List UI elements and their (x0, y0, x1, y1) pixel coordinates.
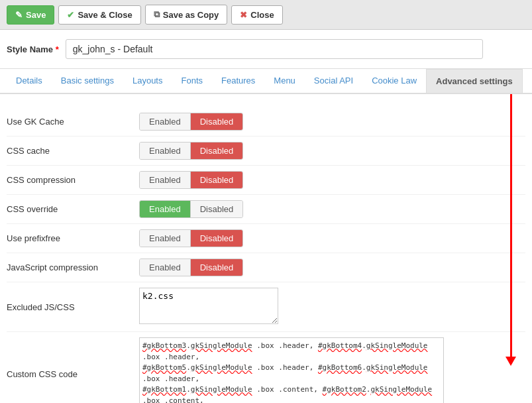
tabs-bar: Details Basic settings Layouts Fonts Fea… (0, 69, 532, 94)
css-override-enabled-btn[interactable]: Enabled (140, 201, 191, 217)
save-button[interactable]: ✎ Save (7, 5, 54, 25)
css-compression-toggle: Enabled Disabled (139, 171, 243, 189)
tab-menu[interactable]: Menu (264, 69, 305, 94)
tab-cookie-law[interactable]: Cookie Law (362, 69, 426, 94)
tab-social-api[interactable]: Social API (305, 69, 362, 94)
custom-css-control: #gkBottom3.gkSingleModule .box .header, … (139, 332, 525, 404)
custom-css-label: Custom CSS code (7, 332, 139, 404)
tab-advanced-settings[interactable]: Advanced settings (426, 69, 523, 94)
tab-basic-settings[interactable]: Basic settings (52, 69, 123, 94)
css-override-label: CSS override (7, 195, 139, 224)
save-close-button[interactable]: ✔ Save & Close (58, 5, 140, 25)
table-row: Use GK Cache Enabled Disabled (7, 107, 525, 137)
excluded-js-css-control: k2.css (139, 282, 525, 332)
tab-layouts[interactable]: Layouts (123, 69, 172, 94)
table-row: Custom CSS code #gkBottom3.gkSingleModul… (7, 332, 525, 404)
prefixfree-disabled-btn[interactable]: Disabled (191, 230, 243, 247)
css-compression-label: CSS compression (7, 166, 139, 195)
table-row: Excluded JS/CSS k2.css (7, 282, 525, 332)
css-compression-control: Enabled Disabled (139, 166, 525, 195)
close-button[interactable]: ✖ Close (231, 5, 282, 25)
css-cache-control: Enabled Disabled (139, 137, 525, 166)
save-icon: ✎ (15, 10, 23, 20)
excluded-js-css-label: Excluded JS/CSS (7, 282, 139, 332)
save-copy-button[interactable]: ⧉ Save as Copy (145, 5, 228, 25)
css-cache-label: CSS cache (7, 137, 139, 166)
excluded-js-css-input[interactable]: k2.css (139, 288, 278, 324)
css-override-disabled-btn[interactable]: Disabled (191, 201, 243, 217)
settings-table: Use GK Cache Enabled Disabled CSS cache … (7, 107, 525, 403)
style-name-row: Style Name * (0, 30, 532, 69)
copy-icon: ⧉ (154, 9, 160, 20)
tab-fonts[interactable]: Fonts (172, 69, 213, 94)
css-cache-disabled-btn[interactable]: Disabled (191, 143, 243, 159)
table-row: CSS cache Enabled Disabled (7, 137, 525, 166)
style-name-input[interactable] (66, 39, 483, 59)
gk-cache-toggle: Enabled Disabled (139, 113, 243, 131)
gk-cache-label: Use GK Cache (7, 107, 139, 137)
table-row: CSS override Enabled Disabled (7, 195, 525, 224)
table-row: Use prefixfree Enabled Disabled (7, 224, 525, 253)
css-cache-toggle: Enabled Disabled (139, 142, 243, 160)
tab-details[interactable]: Details (7, 69, 52, 94)
css-cache-enabled-btn[interactable]: Enabled (140, 143, 191, 159)
js-compression-control: Enabled Disabled (139, 253, 525, 282)
css-compression-enabled-btn[interactable]: Enabled (140, 172, 191, 188)
css-override-toggle: Enabled Disabled (139, 200, 243, 218)
css-override-control: Enabled Disabled (139, 195, 525, 224)
toolbar: ✎ Save ✔ Save & Close ⧉ Save as Copy ✖ C… (0, 0, 532, 30)
content-area: Use GK Cache Enabled Disabled CSS cache … (0, 94, 532, 403)
style-name-label: Style Name * (7, 44, 59, 54)
css-code-content: #gkBottom3.gkSingleModule .box .header, … (142, 341, 441, 403)
prefixfree-label: Use prefixfree (7, 224, 139, 253)
prefixfree-control: Enabled Disabled (139, 224, 525, 253)
prefixfree-toggle: Enabled Disabled (139, 229, 243, 247)
js-compression-enabled-btn[interactable]: Enabled (140, 259, 191, 276)
table-row: CSS compression Enabled Disabled (7, 166, 525, 195)
js-compression-disabled-btn[interactable]: Disabled (191, 259, 243, 276)
prefixfree-enabled-btn[interactable]: Enabled (140, 230, 191, 247)
gk-cache-enabled-btn[interactable]: Enabled (140, 113, 191, 130)
check-icon: ✔ (67, 10, 74, 20)
gk-cache-disabled-btn[interactable]: Disabled (191, 113, 243, 130)
js-compression-toggle: Enabled Disabled (139, 259, 243, 276)
tab-features[interactable]: Features (212, 69, 264, 94)
custom-css-textarea[interactable]: #gkBottom3.gkSingleModule .box .header, … (139, 337, 444, 403)
css-compression-disabled-btn[interactable]: Disabled (191, 172, 243, 188)
tab-u[interactable]: U (523, 69, 532, 94)
x-icon: ✖ (240, 10, 247, 20)
gk-cache-control: Enabled Disabled (139, 107, 525, 137)
red-arrow-indicator (510, 94, 512, 359)
js-compression-label: JavaScript compression (7, 253, 139, 282)
table-row: JavaScript compression Enabled Disabled (7, 253, 525, 282)
